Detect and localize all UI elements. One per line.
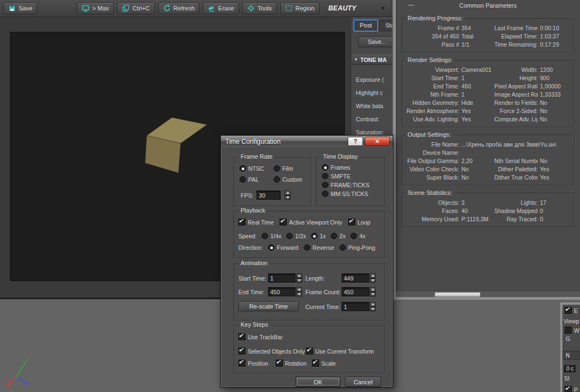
param-label: Render to Fields: (494, 99, 538, 107)
param-value: Yes (540, 165, 570, 173)
checkbox-fragment[interactable]: W (565, 327, 579, 334)
save-image-button[interactable]: Save.. (358, 36, 392, 47)
spinner[interactable] (296, 273, 302, 283)
value-field[interactable]: 0 c (564, 365, 576, 372)
save-button[interactable]: Save (3, 2, 37, 14)
length-field[interactable] (342, 273, 369, 283)
playback-group: Playback Real Time Active Viewport Only (233, 211, 385, 258)
spinner[interactable] (370, 287, 376, 296)
radio-option[interactable]: Forward (268, 244, 298, 251)
checkbox-label: Position (248, 360, 268, 367)
radio-option[interactable]: 1x (311, 233, 326, 239)
horizontal-scrollbar[interactable] (396, 290, 580, 297)
radio-icon (304, 244, 310, 251)
vfb-toolbar: Save > Max Ctrl+C Refresh (0, 0, 391, 17)
spinner[interactable] (370, 302, 376, 311)
checkbox-icon (348, 219, 355, 226)
radio-option[interactable]: Custom (274, 176, 308, 183)
rescale-time-button[interactable]: Re-scale Time (238, 301, 299, 311)
region-button[interactable]: Region (280, 2, 320, 14)
common-parameters-header[interactable]: — Common Parameters (396, 0, 580, 11)
param-value: 1 (461, 74, 492, 82)
param-value: 1/1 (461, 41, 492, 49)
region-icon (285, 4, 293, 12)
cancel-button[interactable]: Cancel (345, 377, 381, 387)
tools-button[interactable]: Tools (242, 2, 277, 14)
tab-stats[interactable]: Stats (379, 20, 392, 31)
checkbox-option[interactable]: Active Viewport Only (280, 219, 342, 226)
time-configuration-dialog: Time Configuration ? ✕ Frame Rate NTSC (220, 135, 393, 388)
checkbox-fragment[interactable]: E (565, 307, 578, 314)
tone-mapping-rollout[interactable]: ▼ TONE MA (352, 54, 392, 65)
dialog-titlebar[interactable]: Time Configuration ? ✕ (221, 136, 393, 148)
spinner[interactable] (370, 273, 376, 283)
checkbox-label: Use Current Transform (315, 348, 374, 355)
selected-objects-only-checkbox[interactable]: Selected Objects Only (238, 348, 305, 355)
checkbox-option[interactable]: Real Time (238, 219, 274, 226)
checkbox-option[interactable]: Loop (348, 219, 370, 226)
tab-post[interactable]: Post (354, 20, 378, 31)
frame-rate-group: Frame Rate NTSC Film (233, 157, 311, 206)
device-name-value (461, 149, 570, 157)
use-trackbar-checkbox[interactable]: Use TrackBar (238, 333, 283, 340)
spinner[interactable] (296, 287, 302, 296)
help-button[interactable]: ? (348, 137, 363, 146)
scale-checkbox[interactable]: Scale (312, 360, 336, 367)
value-fragment[interactable]: 0 c (564, 365, 576, 372)
table-row: File Output Gamma: 2,20 Nth Serial Numbe… (406, 157, 570, 165)
rollout-fragment[interactable]: N (562, 351, 580, 360)
max-button-label: > Max (92, 5, 109, 12)
param-label: Lights: (494, 199, 538, 207)
radio-option[interactable]: SMPTE (322, 173, 370, 180)
checkbox-label: Scale (321, 360, 336, 367)
radio-option[interactable]: 1/2x (286, 233, 306, 239)
copy-button[interactable]: Ctrl+C (117, 2, 154, 14)
radio-option[interactable]: 1/4x (261, 233, 281, 239)
tools-icon (247, 4, 255, 12)
checkbox-fragment[interactable]: P (565, 386, 578, 392)
radio-label: Frames (331, 164, 350, 171)
radio-icon (239, 165, 246, 172)
radio-option[interactable]: PAL (239, 176, 274, 183)
checkbox-label: W (574, 327, 579, 334)
radio-option[interactable]: FRAME:TICKS (322, 182, 370, 188)
radio-option[interactable]: Reverse (304, 244, 334, 251)
end-time-label: End Time: (238, 289, 264, 295)
radio-label: NTSC (248, 165, 264, 172)
chevron-down-icon[interactable]: ▼ (381, 5, 386, 11)
start-time-field[interactable] (268, 273, 295, 283)
ok-button[interactable]: OK (295, 377, 341, 387)
refresh-button[interactable]: Refresh (158, 2, 200, 14)
radio-option[interactable]: MM:SS:TICKS (322, 191, 370, 197)
rotation-checkbox[interactable]: Rotation (276, 360, 306, 367)
radio-icon (239, 176, 246, 183)
radio-option[interactable]: Frames (322, 164, 370, 171)
radio-option[interactable]: Film (274, 165, 308, 172)
radio-icon (331, 233, 337, 239)
radio-option[interactable]: Ping-Pong (339, 244, 375, 251)
param-value: 1,33333 (540, 91, 570, 99)
exposure-label: Exposure ( (356, 76, 392, 89)
frame-count-field[interactable] (342, 287, 369, 296)
radio-option[interactable]: 2x (331, 233, 345, 239)
radio-option[interactable]: 4x (350, 233, 365, 239)
spinner[interactable] (285, 191, 291, 200)
end-time-field[interactable] (268, 287, 295, 296)
radio-option[interactable]: NTSC (239, 165, 274, 172)
max-button[interactable]: > Max (77, 2, 114, 14)
erase-button[interactable]: Erase (203, 2, 239, 14)
label-fragment: G (566, 335, 570, 342)
param-value: 0:17:29 (540, 41, 570, 49)
close-button[interactable]: ✕ (365, 137, 390, 146)
exposure-label-list: Exposure ( Highlight c White bala Contra… (356, 76, 392, 142)
radio-label: 1/2x (295, 233, 306, 239)
fps-field[interactable] (256, 191, 281, 200)
param-label: Objects: (406, 199, 459, 207)
use-current-transform-checkbox[interactable]: Use Current Transform (306, 348, 374, 355)
scrollbar-thumb[interactable] (434, 292, 481, 297)
checkbox-icon (238, 360, 246, 367)
current-time-field[interactable] (342, 302, 369, 311)
key-steps-group: Key Steps Use TrackBar Selected Objects … (233, 325, 385, 373)
position-checkbox[interactable]: Position (238, 360, 268, 367)
table-row: Viewport: Camera001 Width: 1200 (406, 66, 570, 74)
